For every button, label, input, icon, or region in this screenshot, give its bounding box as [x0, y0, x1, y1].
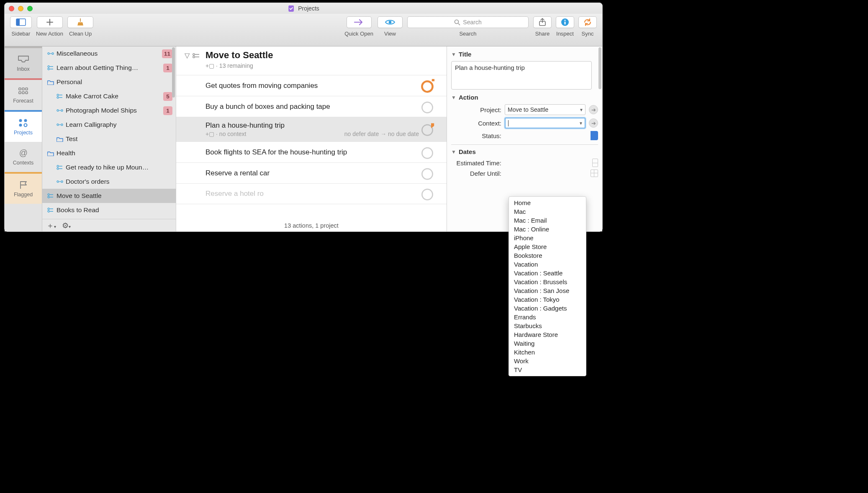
title-field[interactable]: Plan a house-hunting trip	[451, 61, 592, 90]
stepper-icon[interactable]	[592, 159, 598, 167]
sidebar-button[interactable]: Sidebar	[10, 16, 32, 37]
project-row[interactable]: Books to Read	[42, 203, 176, 217]
perspective-tabs: Inbox Forecast Projects @ Contexts Flagg…	[5, 46, 42, 231]
project-row[interactable]: Test	[42, 132, 176, 146]
context-option[interactable]: Vacation : Tokyo	[509, 295, 586, 304]
context-option[interactable]: Work	[509, 357, 586, 365]
project-label: Miscellaneous	[56, 50, 162, 57]
project-row[interactable]: Learn Calligraphy	[42, 118, 176, 132]
calendar-picker-icon[interactable]	[591, 169, 598, 177]
gear-button[interactable]: ⚙▾	[62, 221, 71, 230]
status-circle[interactable]	[420, 99, 435, 114]
parallel-icon	[46, 193, 55, 199]
tab-inbox[interactable]: Inbox	[5, 48, 42, 78]
project-row[interactable]: Move to Seattle	[42, 189, 176, 203]
project-row[interactable]: Health	[42, 146, 176, 160]
inspector-dates-head[interactable]: ▼Dates	[451, 148, 598, 155]
project-row[interactable]: Photograph Model Ships1	[42, 103, 176, 118]
project-row[interactable]: Make Carrot Cake5	[42, 89, 176, 103]
search-input[interactable]: Search	[407, 16, 529, 28]
inspector-action-head[interactable]: ▼Action	[451, 94, 598, 101]
context-option[interactable]: Vacation : San Jose	[509, 286, 586, 295]
context-option[interactable]: Vacation : Seattle	[509, 269, 586, 277]
context-option[interactable]: Vacation : Gadgets	[509, 304, 586, 313]
task-row[interactable]: Get quotes from moving companies	[176, 75, 447, 96]
project-row[interactable]: Miscellaneous11	[42, 46, 176, 61]
project-row[interactable]: Learn about Getting Thing…1	[42, 61, 176, 75]
share-button[interactable]: Share	[533, 16, 552, 37]
status-circle[interactable]	[420, 166, 435, 181]
context-option[interactable]: Waiting	[509, 339, 586, 348]
project-row[interactable]: Personal	[42, 75, 176, 89]
context-option[interactable]: Apple Store	[509, 242, 586, 251]
sync-button[interactable]: Sync	[578, 16, 597, 37]
svg-point-31	[57, 168, 59, 169]
view-button[interactable]: View	[378, 16, 403, 37]
project-combo[interactable]: Move to Seattle▼	[505, 104, 586, 115]
task-row[interactable]: Reserve a rental car	[176, 162, 447, 183]
project-label: Move to Seattle	[56, 192, 172, 200]
context-option[interactable]: Hardware Store	[509, 330, 586, 339]
task-row[interactable]: Book flights to SEA for the house-huntin…	[176, 141, 447, 162]
context-option[interactable]: Starbucks	[509, 321, 586, 330]
inspector-title-head[interactable]: ▼Title	[451, 51, 598, 58]
sequential-icon	[56, 179, 64, 184]
context-option[interactable]: Bookstore	[509, 251, 586, 260]
scrollbar[interactable]	[598, 47, 601, 89]
svg-rect-8	[565, 22, 566, 25]
svg-point-26	[57, 110, 59, 111]
context-dropdown[interactable]: HomeMacMac : EmailMac : OnlineiPhoneAppl…	[508, 196, 586, 376]
context-option[interactable]: Kitchen	[509, 348, 586, 357]
tab-forecast[interactable]: Forecast	[5, 80, 42, 110]
status-circle[interactable]	[420, 122, 435, 137]
inspect-button[interactable]: Inspect	[556, 16, 574, 37]
project-row[interactable]: Doctor's orders	[42, 175, 176, 189]
parallel-icon	[46, 65, 55, 71]
scrollbar[interactable]	[172, 47, 175, 98]
context-combo[interactable]: ▼	[505, 118, 586, 128]
context-option[interactable]: Vacation	[509, 260, 586, 269]
goto-context-button[interactable]: ➔	[589, 118, 598, 128]
count-badge: 1	[163, 106, 172, 115]
tab-projects[interactable]: Projects	[5, 112, 42, 142]
svg-point-34	[48, 194, 49, 195]
task-row[interactable]: Reserve a hotel ro	[176, 183, 447, 204]
context-option[interactable]: Vacation : Brussels	[509, 277, 586, 286]
outline-toggle[interactable]: ▽	[185, 51, 200, 59]
zoom-window-button[interactable]	[27, 6, 33, 11]
tab-contexts[interactable]: @ Contexts	[5, 142, 42, 172]
new-action-button[interactable]: New Action	[36, 16, 63, 37]
cleanup-button[interactable]: Clean Up	[67, 16, 93, 37]
task-row[interactable]: Buy a bunch of boxes and packing tape	[176, 96, 447, 117]
search-label: Search	[459, 31, 476, 37]
status-segment-icon[interactable]	[591, 131, 598, 140]
project-label: Test	[66, 135, 172, 143]
toolbar: Sidebar New Action Clean Up Quick Open V…	[5, 14, 602, 46]
svg-rect-9	[19, 88, 21, 90]
context-option[interactable]: TV	[509, 365, 586, 374]
project-row[interactable]: Get ready to hike up Moun…	[42, 160, 176, 175]
task-title: Buy a bunch of boxes and packing tape	[205, 103, 440, 111]
svg-point-17	[19, 123, 22, 126]
tab-flagged[interactable]: Flagged	[5, 174, 42, 204]
context-option[interactable]: Errands	[509, 313, 586, 321]
svg-rect-2	[16, 19, 20, 26]
add-button[interactable]: ＋▾	[46, 221, 56, 231]
context-option[interactable]: iPhone	[509, 234, 586, 242]
context-option[interactable]: Home	[509, 198, 586, 207]
task-row[interactable]: Plan a house-hunting trip+▢ · no context…	[176, 117, 447, 141]
quick-open-button[interactable]: Quick Open	[344, 16, 373, 37]
minimize-window-button[interactable]	[18, 6, 23, 11]
status-circle[interactable]	[420, 186, 435, 201]
project-label: Personal	[56, 78, 172, 86]
context-option[interactable]: Mac : Online	[509, 225, 586, 234]
outline-subtitle: +▢ · 13 remaining	[205, 62, 273, 69]
content-outline: ▽ Move to Seattle +▢ · 13 remaining Get …	[176, 46, 447, 231]
close-window-button[interactable]	[9, 6, 14, 11]
goto-project-button[interactable]: ➔	[589, 105, 598, 114]
status-circle[interactable]	[420, 78, 435, 93]
context-option[interactable]: Mac : Email	[509, 216, 586, 225]
status-circle[interactable]	[420, 145, 435, 160]
svg-point-22	[48, 66, 49, 67]
context-option[interactable]: Mac	[509, 207, 586, 216]
